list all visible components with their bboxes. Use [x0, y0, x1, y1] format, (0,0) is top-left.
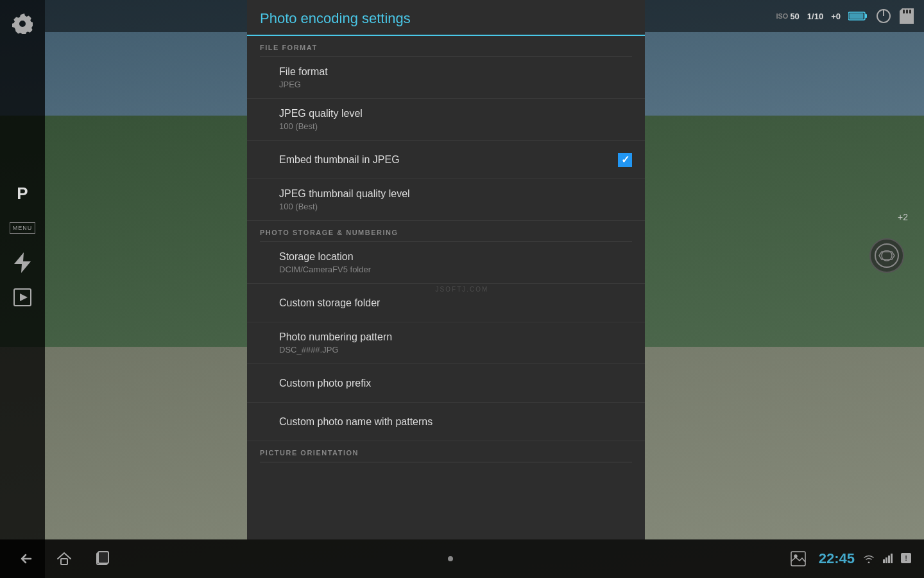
setting-custom-photo-prefix-text: Custom photo prefix [279, 378, 632, 389]
embed-thumbnail-label: Embed thumbnail in JPEG [279, 154, 618, 166]
setting-custom-storage-text: Custom storage folder [279, 297, 632, 309]
svg-rect-5 [850, 13, 864, 19]
mode-p-label[interactable]: P [8, 179, 37, 208]
bottom-right-status: 22:45 ! [785, 546, 911, 572]
time-display: 22:45 [819, 550, 855, 567]
photo-numbering-label: Photo numbering pattern [279, 331, 632, 343]
flash-icon[interactable] [8, 248, 37, 277]
settings-modal: Photo encoding settings FILE FORMAT File… [247, 0, 645, 539]
storage-location-value: DCIM/CameraFV5 folder [279, 265, 632, 274]
setting-custom-photo-prefix[interactable]: Custom photo prefix [247, 364, 645, 403]
setting-photo-numbering[interactable]: Photo numbering pattern DSC_####.JPG [247, 322, 645, 364]
ev-display: +0 [831, 12, 841, 21]
embed-thumbnail-checkbox[interactable]: ✓ [618, 153, 632, 167]
iso-display: ISO 50 [776, 12, 799, 21]
checkmark-icon: ✓ [621, 153, 629, 166]
jpeg-thumb-quality-value: 100 (Best) [279, 202, 632, 211]
svg-rect-21 [888, 556, 890, 563]
setting-jpeg-quality-text: JPEG quality level 100 (Best) [279, 108, 632, 131]
left-sidebar: P MENU [0, 0, 45, 578]
section-photo-storage: PHOTO STORAGE & NUMBERING [247, 221, 645, 241]
sd-card-icon [900, 8, 914, 24]
svg-marker-0 [14, 252, 31, 273]
setting-file-format-text: File format JPEG [279, 66, 632, 89]
setting-embed-thumbnail[interactable]: Embed thumbnail in JPEG ✓ [247, 141, 645, 179]
svg-rect-22 [891, 554, 893, 563]
modal-title: Photo encoding settings [260, 10, 632, 27]
svg-rect-19 [883, 559, 885, 563]
photo-numbering-value: DSC_####.JPG [279, 345, 632, 355]
custom-photo-prefix-label: Custom photo prefix [279, 378, 632, 389]
jpeg-quality-value: 100 (Best) [279, 121, 632, 131]
setting-embed-thumbnail-text: Embed thumbnail in JPEG [279, 154, 618, 166]
play-icon[interactable] [8, 283, 37, 312]
svg-rect-8 [903, 10, 905, 13]
svg-rect-10 [909, 10, 911, 13]
setting-file-format[interactable]: File format JPEG [247, 57, 645, 99]
file-format-value: JPEG [279, 80, 632, 89]
modal-header: Photo encoding settings [247, 0, 645, 36]
bottom-navigation-bar: 22:45 ! [0, 539, 924, 578]
home-button[interactable] [51, 546, 77, 572]
camera-shutter-right[interactable] [869, 238, 905, 276]
setting-custom-photo-name-text: Custom photo name with patterns [279, 416, 632, 428]
setting-custom-photo-name[interactable]: Custom photo name with patterns [247, 403, 645, 441]
jpeg-quality-label: JPEG quality level [279, 108, 632, 119]
bottom-center-dot [448, 556, 453, 561]
signal-icon [883, 553, 893, 565]
file-format-label: File format [279, 66, 632, 78]
center-dot [448, 556, 453, 561]
svg-text:!: ! [905, 554, 907, 562]
svg-marker-2 [20, 293, 28, 301]
section-file-format: FILE FORMAT [247, 36, 645, 57]
setting-jpeg-thumb-quality[interactable]: JPEG thumbnail quality level 100 (Best) [247, 179, 645, 221]
svg-rect-16 [98, 552, 108, 563]
bottom-left-nav [13, 546, 116, 572]
svg-rect-9 [906, 10, 908, 13]
custom-photo-name-label: Custom photo name with patterns [279, 416, 632, 428]
setting-storage-location-text: Storage location DCIM/CameraFV5 folder [279, 251, 632, 274]
setting-photo-numbering-text: Photo numbering pattern DSC_####.JPG [279, 331, 632, 355]
power-button[interactable] [875, 8, 892, 24]
gear-icon[interactable] [8, 9, 37, 39]
divider-picture-orientation [260, 462, 632, 462]
custom-storage-label: Custom storage folder [279, 297, 632, 309]
recents-button[interactable] [90, 546, 116, 572]
plus-two-display: +2 [898, 212, 908, 222]
notification-icon: ! [901, 553, 911, 565]
setting-custom-storage[interactable]: Custom storage folder [247, 284, 645, 322]
section-picture-orientation: PICTURE ORIENTATION [247, 441, 645, 462]
setting-jpeg-thumb-quality-text: JPEG thumbnail quality level 100 (Best) [279, 188, 632, 211]
setting-jpeg-quality[interactable]: JPEG quality level 100 (Best) [247, 99, 645, 141]
jpeg-thumb-quality-label: JPEG thumbnail quality level [279, 188, 632, 200]
svg-rect-14 [61, 559, 67, 565]
wifi-icon [862, 553, 875, 565]
exposure-display: 1/10 [807, 12, 823, 21]
battery-display [848, 11, 868, 21]
setting-storage-location[interactable]: Storage location DCIM/CameraFV5 folder [247, 242, 645, 284]
storage-location-label: Storage location [279, 251, 632, 263]
svg-rect-20 [886, 557, 887, 563]
modal-content[interactable]: FILE FORMAT File format JPEG JPEG qualit… [247, 36, 645, 539]
gallery-icon[interactable] [785, 546, 811, 572]
menu-button[interactable]: MENU [8, 213, 37, 243]
back-button[interactable] [13, 546, 38, 572]
svg-rect-4 [865, 14, 867, 18]
